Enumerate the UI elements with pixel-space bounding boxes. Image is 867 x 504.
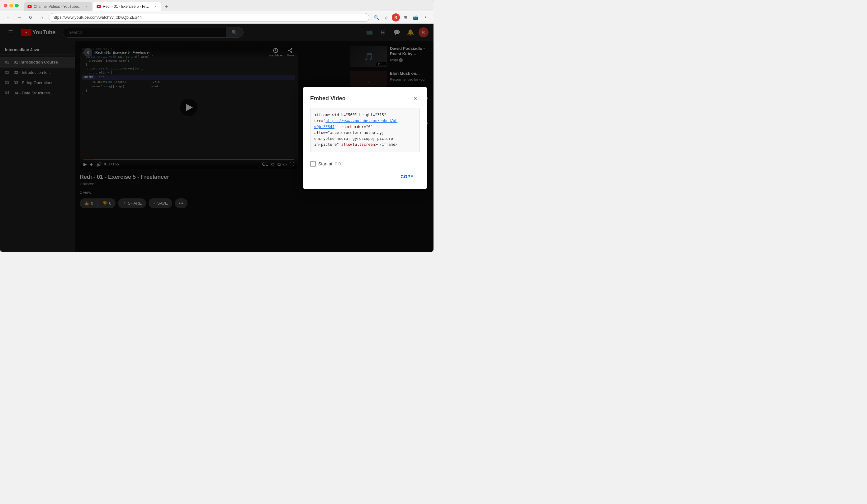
start-at-checkbox[interactable] [310,161,316,167]
browser-window: Channel Videos - YouTube Stu... × Redi -… [0,0,434,252]
embed-code-line2: src="https://www.youtube.com/embed/xb [314,118,416,124]
embed-code-line1: <iframe width="560" height="315" [314,112,416,118]
maximize-window-button[interactable] [15,4,19,8]
new-tab-button[interactable]: + [162,2,171,11]
address-bar[interactable]: https://www.youtube.com/watch?v=xbwQbiZE… [49,13,370,22]
dialog-overlay: Embed Video × <iframe width="560" height… [0,24,434,252]
more-options-button[interactable]: ⋮ [421,13,430,22]
extensions-button[interactable]: ⊞ [401,13,410,22]
profile-icon[interactable]: R [392,13,400,21]
embed-options: Start at 0:01 [310,161,420,167]
embed-copy-button[interactable]: COPY [394,172,420,182]
embed-code-line2b: wQbiZES44" frameborder="0" [314,124,416,130]
start-at-value: 0:01 [335,161,343,167]
tab2-close-button[interactable]: × [153,4,158,9]
address-text: https://www.youtube.com/watch?v=xbwQbiZE… [53,15,142,20]
embed-separator [310,157,420,157]
embed-code-line4: encrypted-media; gyroscope; picture- [314,136,416,142]
youtube-icon [28,4,32,9]
back-button[interactable]: ← [4,13,12,22]
close-window-button[interactable] [4,4,8,8]
tab2-label: Redi - 01 - Exercise 5 - Freela... [103,4,151,9]
start-at-label: Start at [318,161,332,167]
embed-dialog-header: Embed Video × [310,94,420,103]
youtube-page: ☰ YouTube 🔍 📹 ⊞ 💬 🔔 R [0,24,434,252]
home-button[interactable]: ⌂ [38,13,46,22]
tab1-label: Channel Videos - YouTube Stu... [34,4,82,9]
reload-button[interactable]: ↻ [26,13,35,22]
search-icon-button[interactable]: 🔍 [372,13,381,22]
tab-video-page[interactable]: Redi - 01 - Exercise 5 - Freela... × [93,2,161,11]
embed-dialog-close-button[interactable]: × [411,94,420,103]
youtube-icon-2 [97,4,101,9]
cast-button[interactable]: 📺 [411,13,420,22]
embed-dialog: Embed Video × <iframe width="560" height… [303,87,427,189]
nav-bar: ← → ↻ ⌂ https://www.youtube.com/watch?v=… [0,11,434,24]
nav-icons: 🔍 ☆ R ⊞ 📺 ⋮ [372,13,430,22]
minimize-window-button[interactable] [9,4,13,8]
embed-footer: COPY [310,172,420,182]
tab-channel-videos[interactable]: Channel Videos - YouTube Stu... × [24,2,92,11]
traffic-lights [4,4,19,8]
bookmark-button[interactable]: ☆ [382,13,390,22]
forward-button[interactable]: → [15,13,24,22]
tabs-area: Channel Videos - YouTube Stu... × Redi -… [24,0,430,11]
embed-code-box[interactable]: <iframe width="560" height="315" src="ht… [310,108,420,152]
tab1-close-button[interactable]: × [84,4,88,9]
embed-code-line3: allow="accelerometer; autoplay; [314,130,416,136]
embed-dialog-title: Embed Video [310,95,346,102]
title-bar: Channel Videos - YouTube Stu... × Redi -… [0,0,434,11]
embed-code-line5: in-picture" allowfullscreen></iframe> [314,142,416,148]
